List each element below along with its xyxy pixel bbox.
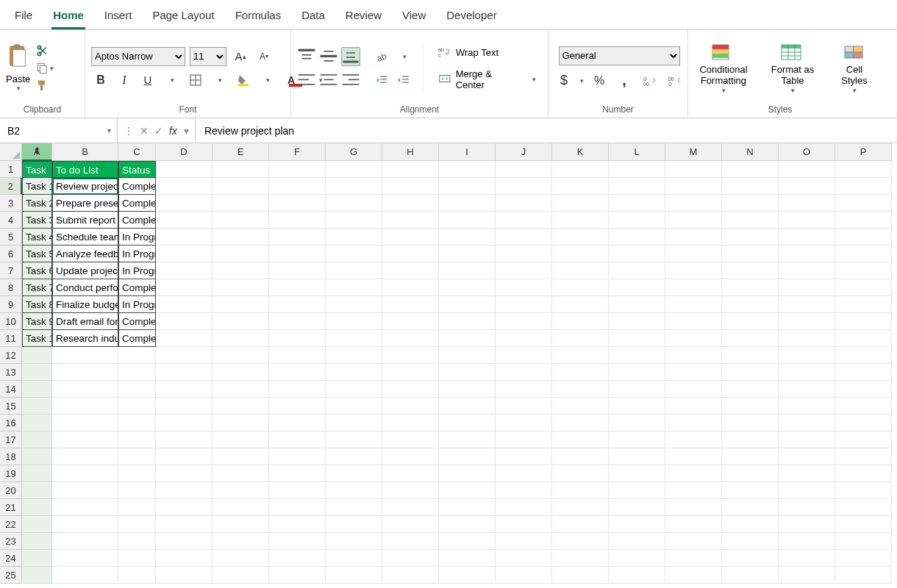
row-header[interactable]: 6 (0, 245, 22, 262)
row-header[interactable]: 17 (0, 431, 22, 448)
cell[interactable] (269, 398, 326, 415)
cell[interactable] (439, 550, 496, 567)
cell[interactable] (439, 330, 496, 347)
cell[interactable] (382, 229, 439, 245)
cell[interactable] (439, 195, 496, 212)
cell[interactable]: Completed (118, 212, 156, 229)
format-as-table-button[interactable]: Format as Table▾ (763, 42, 822, 95)
cell[interactable] (722, 381, 779, 398)
cell[interactable] (779, 398, 835, 415)
cell[interactable] (326, 313, 382, 330)
cell[interactable] (779, 178, 835, 195)
cell[interactable] (269, 482, 326, 499)
cell[interactable] (779, 516, 835, 533)
cell[interactable] (212, 499, 269, 516)
cell[interactable] (835, 533, 892, 550)
cell[interactable]: In Progress (118, 245, 156, 262)
cell[interactable] (269, 465, 326, 482)
cell[interactable] (22, 364, 52, 381)
cell[interactable] (496, 465, 552, 482)
cell[interactable] (269, 296, 326, 313)
wrap-text-button[interactable]: abc Wrap Text (432, 44, 542, 62)
percent-button[interactable]: % (590, 71, 609, 90)
cell[interactable]: In Progress (118, 229, 156, 245)
cell[interactable]: Conduct performance review (52, 279, 118, 296)
cell[interactable] (552, 398, 609, 415)
cell[interactable] (552, 245, 609, 262)
cell[interactable]: Research industry trends (52, 330, 118, 347)
cell[interactable] (496, 161, 552, 178)
cell[interactable] (835, 313, 892, 330)
cell[interactable] (665, 482, 722, 499)
cell[interactable] (326, 161, 382, 178)
cell[interactable] (665, 448, 722, 465)
row-header[interactable]: 4 (0, 212, 22, 229)
cell[interactable] (156, 229, 212, 245)
cell[interactable] (722, 347, 779, 364)
tab-view[interactable]: View (401, 4, 427, 29)
cell[interactable] (552, 161, 609, 178)
cell[interactable] (118, 431, 156, 448)
cell[interactable] (269, 195, 326, 212)
cell[interactable] (22, 499, 52, 516)
row-header[interactable]: 23 (0, 533, 22, 550)
cell[interactable] (212, 229, 269, 245)
cell[interactable]: Status (118, 161, 156, 178)
cell[interactable] (835, 229, 892, 245)
cell[interactable] (212, 398, 269, 415)
cell[interactable] (326, 364, 382, 381)
cell[interactable] (382, 364, 439, 381)
cell[interactable]: Task 3 (22, 212, 52, 229)
cell[interactable] (496, 398, 552, 415)
cell[interactable] (779, 195, 835, 212)
cell[interactable] (439, 533, 496, 550)
conditional-formatting-button[interactable]: Conditional Formatting▾ (694, 42, 753, 95)
cell[interactable] (722, 431, 779, 448)
enter-formula-icon[interactable]: ✓ (154, 125, 163, 137)
orientation-button[interactable]: ab (372, 47, 391, 66)
cell[interactable] (52, 431, 118, 448)
cell[interactable] (609, 431, 665, 448)
cell[interactable] (382, 448, 439, 465)
cell[interactable] (835, 431, 892, 448)
cell[interactable] (269, 364, 326, 381)
copy-button[interactable]: ▾ (36, 62, 54, 75)
cell[interactable] (496, 178, 552, 195)
cell[interactable] (326, 330, 382, 347)
borders-button[interactable] (186, 71, 205, 90)
cell[interactable]: Completed (118, 178, 156, 195)
cell[interactable] (552, 212, 609, 229)
decrease-font-button[interactable]: A▾ (254, 47, 274, 66)
cell[interactable] (22, 398, 52, 415)
cell[interactable] (665, 550, 722, 567)
cell[interactable] (382, 245, 439, 262)
cell[interactable] (118, 381, 156, 398)
cell[interactable] (439, 296, 496, 313)
cell[interactable] (552, 448, 609, 465)
cell[interactable] (609, 381, 665, 398)
cell[interactable] (609, 195, 665, 212)
cell[interactable] (552, 516, 609, 533)
cell[interactable] (779, 347, 835, 364)
column-header-B[interactable]: B (52, 143, 118, 161)
cell[interactable] (212, 178, 269, 195)
cell[interactable] (269, 415, 326, 431)
cell[interactable] (22, 482, 52, 499)
cell[interactable] (326, 415, 382, 431)
cell[interactable] (212, 347, 269, 364)
cell[interactable] (118, 347, 156, 364)
accounting-button[interactable]: $ (554, 71, 573, 90)
formula-input[interactable] (196, 118, 897, 143)
cell[interactable] (496, 330, 552, 347)
cell[interactable] (382, 347, 439, 364)
cell[interactable] (835, 296, 892, 313)
name-box[interactable]: B2 ▾ (0, 118, 118, 143)
cell[interactable] (326, 262, 382, 279)
cell[interactable] (665, 262, 722, 279)
cell[interactable] (552, 347, 609, 364)
cell[interactable] (382, 195, 439, 212)
cell[interactable] (835, 550, 892, 567)
cell[interactable] (722, 313, 779, 330)
cell[interactable] (552, 533, 609, 550)
cell[interactable] (22, 465, 52, 482)
